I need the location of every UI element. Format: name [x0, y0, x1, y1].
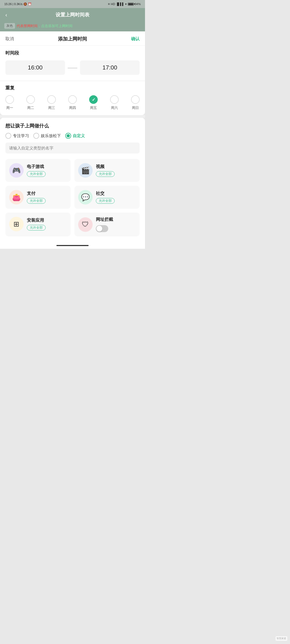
- day-label-6: 周日: [132, 105, 139, 110]
- app-grid: 🎮电子游戏允许全部🎬视频允许全部👛支付允许全部💬社交允许全部⊞安装应用允许全部🛡…: [5, 159, 140, 236]
- app-info-social: 社交允许全部: [96, 191, 115, 204]
- app-name-payment: 支付: [27, 191, 46, 196]
- dialog-header: 取消 添加上网时间 确认: [0, 31, 145, 46]
- day-circle-1: [26, 95, 35, 104]
- status-bar: 15:26 | 0.3K/s 🔕 ⏰ ✳ HD ▐▌▌▌ ▾ 94%: [0, 0, 145, 8]
- day-circle-5: [110, 95, 119, 104]
- day-label-5: 周六: [111, 105, 118, 110]
- radio-inner-custom: [67, 134, 70, 137]
- section-gap: [0, 115, 145, 118]
- info-bar: 灰色 代表禁网时间，点击添加可上网时间: [0, 21, 145, 31]
- app-icon-games: 🎮: [9, 163, 24, 178]
- time-section-label: 时间段: [5, 50, 140, 56]
- end-time-input[interactable]: 17:00: [80, 60, 140, 75]
- app-info-games: 电子游戏允许全部: [27, 164, 46, 177]
- custom-name-input[interactable]: [5, 142, 140, 153]
- day-label-2: 周三: [48, 105, 55, 110]
- app-card-install[interactable]: ⊞安装应用允许全部: [5, 213, 71, 236]
- app-badge-video[interactable]: 允许全部: [96, 171, 115, 177]
- app-card-social[interactable]: 💬社交允许全部: [74, 186, 140, 209]
- top-nav: ‹ 设置上网时间表: [0, 8, 145, 21]
- radio-outer-study: [5, 133, 11, 139]
- status-icons: ✳ HD ▐▌▌▌ ▾ 94%: [108, 2, 141, 6]
- repeat-label: 重复: [5, 85, 140, 91]
- day-item-1[interactable]: 周二: [26, 95, 35, 110]
- purpose-label-study: 专注学习: [13, 133, 29, 138]
- repeat-section: 重复 周一周二周三周四周五周六周日: [0, 81, 145, 115]
- day-label-4: 周五: [90, 105, 97, 110]
- day-item-4[interactable]: 周五: [89, 95, 98, 110]
- day-item-5[interactable]: 周六: [110, 95, 119, 110]
- status-time: 15:26: [4, 2, 12, 6]
- app-badge-games[interactable]: 允许全部: [27, 171, 46, 177]
- radio-outer-relax: [33, 133, 39, 139]
- purpose-option-relax[interactable]: 娱乐放松下: [33, 133, 61, 139]
- battery-percent: 94%: [135, 2, 141, 6]
- app-info-payment: 支付允许全部: [27, 191, 46, 204]
- page-title: 设置上网时间表: [56, 12, 89, 18]
- app-card-row-payment: 👛支付允许全部: [9, 190, 46, 204]
- app-card-row-block: 🛡网址拦截: [78, 217, 113, 232]
- home-indicator: [56, 245, 89, 246]
- day-circle-0: [5, 95, 14, 104]
- day-item-6[interactable]: 周日: [131, 95, 140, 110]
- status-time-network: 15:26 | 0.3K/s 🔕 ⏰: [4, 2, 32, 6]
- day-label-3: 周四: [69, 105, 76, 110]
- start-time-input[interactable]: 16:00: [5, 60, 65, 75]
- purpose-option-custom[interactable]: 自定义: [65, 133, 85, 139]
- app-card-payment[interactable]: 👛支付允许全部: [5, 186, 71, 209]
- time-section: 时间段 16:00 —— 17:00: [0, 46, 145, 81]
- app-icon-block: 🛡: [78, 217, 93, 232]
- app-name-social: 社交: [96, 191, 115, 196]
- day-circle-3: [68, 95, 77, 104]
- app-icon-social: 💬: [78, 190, 93, 204]
- app-info-install: 安装应用允许全部: [27, 218, 46, 230]
- radio-outer-custom: [65, 133, 71, 139]
- back-button[interactable]: ‹: [5, 12, 7, 18]
- toggle-block[interactable]: [96, 225, 108, 232]
- confirm-button[interactable]: 确认: [131, 36, 140, 42]
- info-description: 代表禁网时间，点击添加可上网时间: [17, 24, 73, 28]
- day-circle-2: [47, 95, 56, 104]
- app-badge-social[interactable]: 允许全部: [96, 198, 115, 204]
- dialog-title: 添加上网时间: [58, 36, 87, 42]
- day-label-1: 周二: [27, 105, 34, 110]
- add-text: ，点击添加可上网时间: [38, 24, 73, 28]
- app-icon-payment: 👛: [9, 190, 24, 204]
- app-info-video: 视频允许全部: [96, 164, 115, 177]
- app-card-row-install: ⊞安装应用允许全部: [9, 217, 46, 231]
- app-name-block: 网址拦截: [96, 217, 113, 222]
- day-item-2[interactable]: 周三: [47, 95, 56, 110]
- app-icon-install: ⊞: [9, 217, 24, 231]
- app-card-games[interactable]: 🎮电子游戏允许全部: [5, 159, 71, 182]
- app-card-block[interactable]: 🛡网址拦截: [74, 213, 140, 236]
- forbidden-text: 代表禁网时间: [17, 24, 38, 28]
- time-separator: ——: [68, 65, 77, 71]
- grey-tag: 灰色: [4, 23, 15, 29]
- app-name-games: 电子游戏: [27, 164, 46, 170]
- days-row: 周一周二周三周四周五周六周日: [5, 95, 140, 110]
- app-card-video[interactable]: 🎬视频允许全部: [74, 159, 140, 182]
- lower-card: 想让孩子上网做什么 专注学习娱乐放松下自定义 🎮电子游戏允许全部🎬视频允许全部👛…: [0, 118, 145, 241]
- app-name-video: 视频: [96, 164, 115, 170]
- app-badge-payment[interactable]: 允许全部: [27, 198, 46, 204]
- toggle-wrap-block: [96, 225, 113, 232]
- day-circle-6: [131, 95, 140, 104]
- app-card-row-social: 💬社交允许全部: [78, 190, 115, 204]
- day-item-0[interactable]: 周一: [5, 95, 14, 110]
- purpose-option-study[interactable]: 专注学习: [5, 133, 29, 139]
- purpose-label-relax: 娱乐放松下: [41, 133, 61, 138]
- main-dialog-card: 取消 添加上网时间 确认 时间段 16:00 —— 17:00 重复 周一周二周…: [0, 31, 145, 115]
- day-item-3[interactable]: 周四: [68, 95, 77, 110]
- app-card-row-games: 🎮电子游戏允许全部: [9, 163, 46, 178]
- purpose-section: 想让孩子上网做什么 专注学习娱乐放松下自定义: [5, 123, 140, 157]
- app-icon-video: 🎬: [78, 163, 93, 178]
- purpose-title: 想让孩子上网做什么: [5, 123, 140, 129]
- app-badge-install[interactable]: 允许全部: [27, 225, 46, 230]
- bottom-bar: [0, 241, 145, 249]
- app-card-row-video: 🎬视频允许全部: [78, 163, 115, 178]
- cancel-button[interactable]: 取消: [5, 36, 14, 42]
- status-network: 0.3K/s: [14, 2, 23, 6]
- app-name-install: 安装应用: [27, 218, 46, 223]
- battery-icon: [128, 3, 134, 6]
